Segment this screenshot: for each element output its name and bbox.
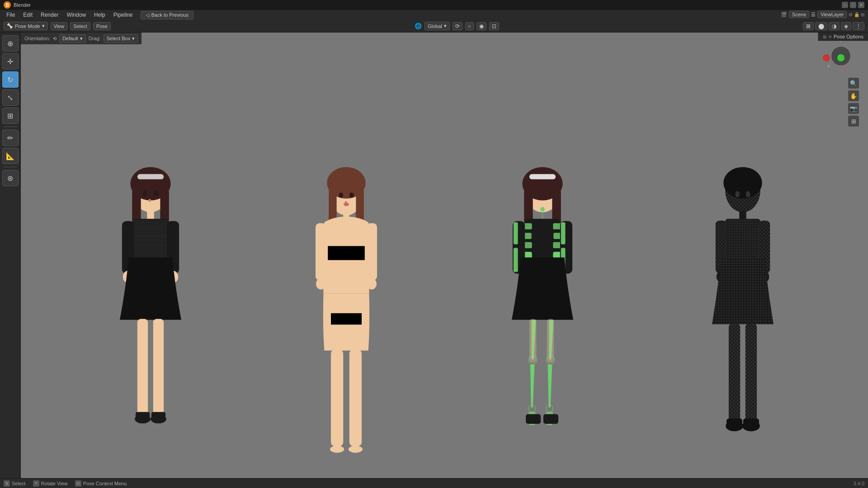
minimize-btn[interactable]: ─ xyxy=(842,2,848,8)
status-select: 🖱 Select xyxy=(4,480,26,487)
back-to-previous-btn[interactable]: ◁ Back to Previous xyxy=(141,11,193,19)
menu-help[interactable]: Help xyxy=(90,11,109,19)
viewport-shading-icon1[interactable]: 🌐 xyxy=(415,23,422,29)
shading-icon1[interactable]: ◉ xyxy=(476,22,486,30)
camera-btn[interactable]: 📷 xyxy=(848,103,859,114)
viewlayer-name[interactable]: ViewLayer xyxy=(817,11,847,18)
orientation-arrow: ▾ xyxy=(80,36,83,42)
pose-options-icon1: ⊞ xyxy=(823,34,826,39)
drag-arrow: ▾ xyxy=(132,36,135,42)
scene-viewlayer-area: 🎬 Scene ☰ ViewLayer ⚙ 🔒 ⊞ xyxy=(777,10,868,19)
transform-tool-btn[interactable]: ⊞ xyxy=(2,108,19,124)
move-tool-btn[interactable]: ✛ xyxy=(2,53,19,70)
view-dropdown[interactable]: View xyxy=(51,22,68,30)
shading-material-btn[interactable]: ◑ xyxy=(829,22,840,30)
pose-mode-dropdown[interactable]: 🦴 Pose Mode ▾ xyxy=(4,22,48,30)
svg-point-36 xyxy=(367,278,377,289)
menu-file[interactable]: File xyxy=(3,11,19,19)
orientation-icon: ⟲ xyxy=(53,36,57,41)
menu-pipeline[interactable]: Pipeline xyxy=(110,11,137,19)
svg-rect-99 xyxy=(726,418,742,428)
shading-options[interactable]: ⋮ xyxy=(853,22,864,30)
svg-rect-38 xyxy=(331,313,362,324)
back-icon: ◁ xyxy=(146,12,149,18)
svg-rect-51 xyxy=(524,223,532,230)
drag-dropdown[interactable]: Select Box ▾ xyxy=(104,34,138,43)
grid-btn[interactable]: ⊞ xyxy=(848,116,859,127)
maximize-btn[interactable]: □ xyxy=(850,2,856,8)
viewport[interactable]: Z Y X 🔍 ✋ 📷 ⊞ ⊞ ✕ Pose Options xyxy=(21,33,868,478)
svg-rect-94 xyxy=(729,323,740,424)
svg-point-35 xyxy=(316,278,326,289)
svg-point-41 xyxy=(330,446,344,453)
shading-render-btn[interactable]: ◈ xyxy=(841,22,851,30)
svg-rect-100 xyxy=(743,418,759,428)
pan-btn[interactable]: ✋ xyxy=(848,90,859,101)
menu-render[interactable]: Render xyxy=(37,11,62,19)
rotate-status-icon: ⌖ xyxy=(33,480,39,487)
select-dropdown[interactable]: Select xyxy=(70,22,90,30)
cursor-tool-btn[interactable]: ⊕ xyxy=(2,35,19,52)
menu-edit[interactable]: Edit xyxy=(19,11,36,19)
svg-point-28 xyxy=(339,192,344,198)
character-2-svg xyxy=(306,162,387,469)
navigation-gizmo[interactable]: Z Y X xyxy=(823,37,859,73)
character-3-svg xyxy=(493,162,592,469)
svg-point-7 xyxy=(148,199,151,202)
gizmo-y-pos[interactable] xyxy=(837,54,844,61)
shading-solid-btn[interactable]: ⬤ xyxy=(815,22,827,30)
annotate-tool-btn[interactable]: ✏ xyxy=(2,130,19,146)
bone-roll-tool-btn[interactable]: ⊛ xyxy=(2,170,19,186)
status-rotate: ⌖ Rotate View xyxy=(33,480,68,487)
scene-name[interactable]: Scene xyxy=(789,11,809,18)
extra-icons: ⚙ 🔒 ⊞ xyxy=(849,12,864,17)
svg-point-81 xyxy=(724,167,762,199)
global-label: Global xyxy=(428,23,442,29)
select-status-icon: 🖱 xyxy=(4,480,10,487)
character-4-wireframe xyxy=(698,162,788,469)
scale-tool-btn[interactable]: ⤡ xyxy=(2,89,19,106)
status-bar: 🖱 Select ⌖ Rotate View ⊡ Pose Context Me… xyxy=(0,478,868,488)
close-btn[interactable]: ✕ xyxy=(858,2,864,8)
status-context-label: Pose Context Menu xyxy=(83,481,127,486)
svg-point-29 xyxy=(349,192,354,198)
svg-rect-37 xyxy=(328,246,365,260)
orientation-value: Default xyxy=(62,36,78,41)
menu-window[interactable]: Window xyxy=(63,11,90,19)
svg-rect-34 xyxy=(367,223,377,280)
measure-tool-btn[interactable]: 📐 xyxy=(2,148,19,164)
pose-mode-label: Pose Mode xyxy=(15,23,40,29)
gizmo-y-label: Y xyxy=(827,64,830,69)
pose-dropdown[interactable]: Pose xyxy=(93,22,111,30)
svg-rect-22 xyxy=(136,412,150,421)
viewport-right-tools: 🔍 ✋ 📷 ⊞ xyxy=(848,78,859,127)
character-4-svg xyxy=(698,162,788,469)
svg-rect-75 xyxy=(526,414,541,424)
svg-rect-61 xyxy=(514,222,518,244)
svg-point-49 xyxy=(540,207,545,211)
svg-rect-77 xyxy=(529,319,537,363)
orientation-dropdown[interactable]: Default ▾ xyxy=(59,34,86,43)
tool-separator-1 xyxy=(4,127,17,127)
snap-icon[interactable]: ⟳ xyxy=(453,22,462,30)
orientation-label: Orientation: xyxy=(24,36,50,41)
proportional-edit-icon[interactable]: ○ xyxy=(465,22,474,30)
svg-rect-19 xyxy=(153,319,164,416)
zoom-in-btn[interactable]: 🔍 xyxy=(848,78,859,89)
shading-icon2[interactable]: ⊡ xyxy=(489,22,499,30)
window-controls[interactable]: ─ □ ✕ xyxy=(842,2,864,8)
shading-wire-btn[interactable]: ⊠ xyxy=(803,22,814,30)
drag-label: Drag: xyxy=(89,36,101,41)
gizmo-x-neg[interactable] xyxy=(823,54,830,61)
viewlayer-icon: ☰ xyxy=(811,12,816,18)
dropdown-arrow: ▾ xyxy=(42,23,45,29)
status-context: ⊡ Pose Context Menu xyxy=(75,480,127,487)
view-label: View xyxy=(54,23,65,29)
character-1-svg xyxy=(101,162,200,469)
svg-point-83 xyxy=(746,191,750,197)
gizmo-x-label: X xyxy=(843,64,845,69)
global-dropdown[interactable]: Global ▾ xyxy=(425,22,450,30)
svg-point-6 xyxy=(154,190,159,197)
rotate-tool-btn[interactable]: ↻ xyxy=(2,71,19,88)
context-status-icon: ⊡ xyxy=(75,480,81,487)
